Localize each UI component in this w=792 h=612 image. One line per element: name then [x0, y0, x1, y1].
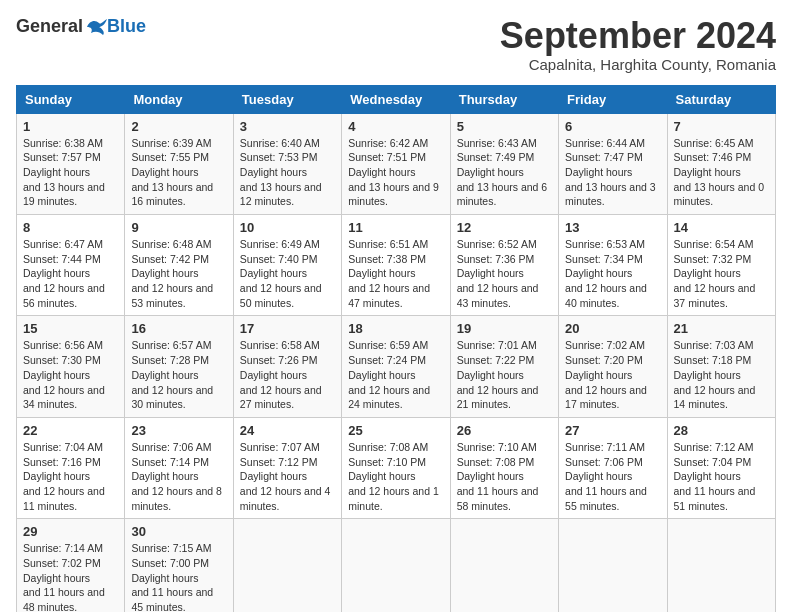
- calendar-cell: 25 Sunrise: 7:08 AM Sunset: 7:10 PM Dayl…: [342, 417, 450, 518]
- day-info: Sunrise: 7:12 AM Sunset: 7:04 PM Dayligh…: [674, 440, 769, 513]
- day-number: 5: [457, 119, 552, 134]
- calendar-cell: 15 Sunrise: 6:56 AM Sunset: 7:30 PM Dayl…: [17, 316, 125, 417]
- daylight-value: and 12 hours and 1 minute.: [348, 485, 439, 512]
- sunrise-label: Sunrise: 6:52 AM: [457, 238, 537, 250]
- daylight-label: Daylight hours: [131, 470, 198, 482]
- weekday-header: Tuesday: [233, 85, 341, 113]
- sunrise-label: Sunrise: 7:04 AM: [23, 441, 103, 453]
- day-number: 28: [674, 423, 769, 438]
- daylight-value: and 13 hours and 3 minutes.: [565, 181, 656, 208]
- calendar-cell: 2 Sunrise: 6:39 AM Sunset: 7:55 PM Dayli…: [125, 113, 233, 214]
- day-info: Sunrise: 6:43 AM Sunset: 7:49 PM Dayligh…: [457, 136, 552, 209]
- calendar-cell: 14 Sunrise: 6:54 AM Sunset: 7:32 PM Dayl…: [667, 215, 775, 316]
- day-number: 10: [240, 220, 335, 235]
- daylight-label: Daylight hours: [240, 267, 307, 279]
- day-info: Sunrise: 6:42 AM Sunset: 7:51 PM Dayligh…: [348, 136, 443, 209]
- sunset-label: Sunset: 7:46 PM: [674, 151, 752, 163]
- day-info: Sunrise: 7:06 AM Sunset: 7:14 PM Dayligh…: [131, 440, 226, 513]
- weekday-header: Sunday: [17, 85, 125, 113]
- daylight-value: and 11 hours and 58 minutes.: [457, 485, 539, 512]
- sunset-label: Sunset: 7:49 PM: [457, 151, 535, 163]
- day-number: 18: [348, 321, 443, 336]
- day-number: 27: [565, 423, 660, 438]
- day-info: Sunrise: 7:08 AM Sunset: 7:10 PM Dayligh…: [348, 440, 443, 513]
- logo-blue-text: Blue: [107, 16, 146, 37]
- day-info: Sunrise: 7:04 AM Sunset: 7:16 PM Dayligh…: [23, 440, 118, 513]
- sunset-label: Sunset: 7:32 PM: [674, 253, 752, 265]
- day-number: 3: [240, 119, 335, 134]
- daylight-value: and 13 hours and 19 minutes.: [23, 181, 105, 208]
- sunrise-label: Sunrise: 7:07 AM: [240, 441, 320, 453]
- day-info: Sunrise: 6:51 AM Sunset: 7:38 PM Dayligh…: [348, 237, 443, 310]
- day-number: 7: [674, 119, 769, 134]
- logo: General Blue: [16, 16, 146, 37]
- day-number: 12: [457, 220, 552, 235]
- day-number: 13: [565, 220, 660, 235]
- daylight-value: and 12 hours and 8 minutes.: [131, 485, 222, 512]
- day-info: Sunrise: 6:48 AM Sunset: 7:42 PM Dayligh…: [131, 237, 226, 310]
- weekday-header: Saturday: [667, 85, 775, 113]
- calendar-cell: 13 Sunrise: 6:53 AM Sunset: 7:34 PM Dayl…: [559, 215, 667, 316]
- logo-bird-icon: [85, 17, 107, 37]
- day-number: 26: [457, 423, 552, 438]
- calendar-cell: 30 Sunrise: 7:15 AM Sunset: 7:00 PM Dayl…: [125, 519, 233, 612]
- sunrise-label: Sunrise: 7:01 AM: [457, 339, 537, 351]
- day-number: 21: [674, 321, 769, 336]
- day-info: Sunrise: 7:10 AM Sunset: 7:08 PM Dayligh…: [457, 440, 552, 513]
- sunrise-label: Sunrise: 7:08 AM: [348, 441, 428, 453]
- calendar-cell: 19 Sunrise: 7:01 AM Sunset: 7:22 PM Dayl…: [450, 316, 558, 417]
- sunrise-label: Sunrise: 6:38 AM: [23, 137, 103, 149]
- sunrise-label: Sunrise: 6:59 AM: [348, 339, 428, 351]
- day-number: 14: [674, 220, 769, 235]
- sunset-label: Sunset: 7:40 PM: [240, 253, 318, 265]
- daylight-value: and 11 hours and 51 minutes.: [674, 485, 756, 512]
- day-number: 19: [457, 321, 552, 336]
- daylight-value: and 13 hours and 12 minutes.: [240, 181, 322, 208]
- sunrise-label: Sunrise: 6:45 AM: [674, 137, 754, 149]
- daylight-label: Daylight hours: [565, 267, 632, 279]
- sunrise-label: Sunrise: 7:14 AM: [23, 542, 103, 554]
- day-info: Sunrise: 6:59 AM Sunset: 7:24 PM Dayligh…: [348, 338, 443, 411]
- daylight-label: Daylight hours: [23, 166, 90, 178]
- sunset-label: Sunset: 7:36 PM: [457, 253, 535, 265]
- daylight-label: Daylight hours: [23, 369, 90, 381]
- daylight-value: and 12 hours and 40 minutes.: [565, 282, 647, 309]
- sunset-label: Sunset: 7:00 PM: [131, 557, 209, 569]
- sunset-label: Sunset: 7:20 PM: [565, 354, 643, 366]
- day-info: Sunrise: 7:02 AM Sunset: 7:20 PM Dayligh…: [565, 338, 660, 411]
- calendar-week-row: 15 Sunrise: 6:56 AM Sunset: 7:30 PM Dayl…: [17, 316, 776, 417]
- sunset-label: Sunset: 7:47 PM: [565, 151, 643, 163]
- calendar-week-row: 29 Sunrise: 7:14 AM Sunset: 7:02 PM Dayl…: [17, 519, 776, 612]
- calendar-cell: 17 Sunrise: 6:58 AM Sunset: 7:26 PM Dayl…: [233, 316, 341, 417]
- calendar-cell: 21 Sunrise: 7:03 AM Sunset: 7:18 PM Dayl…: [667, 316, 775, 417]
- daylight-value: and 11 hours and 45 minutes.: [131, 586, 213, 612]
- daylight-label: Daylight hours: [674, 267, 741, 279]
- daylight-value: and 12 hours and 17 minutes.: [565, 384, 647, 411]
- calendar-cell: [667, 519, 775, 612]
- sunrise-label: Sunrise: 6:53 AM: [565, 238, 645, 250]
- daylight-label: Daylight hours: [674, 166, 741, 178]
- day-number: 22: [23, 423, 118, 438]
- calendar-cell: 5 Sunrise: 6:43 AM Sunset: 7:49 PM Dayli…: [450, 113, 558, 214]
- calendar-cell: [559, 519, 667, 612]
- sunrise-label: Sunrise: 6:49 AM: [240, 238, 320, 250]
- daylight-label: Daylight hours: [131, 166, 198, 178]
- sunset-label: Sunset: 7:18 PM: [674, 354, 752, 366]
- day-number: 2: [131, 119, 226, 134]
- day-info: Sunrise: 6:53 AM Sunset: 7:34 PM Dayligh…: [565, 237, 660, 310]
- day-number: 6: [565, 119, 660, 134]
- day-number: 16: [131, 321, 226, 336]
- day-info: Sunrise: 7:07 AM Sunset: 7:12 PM Dayligh…: [240, 440, 335, 513]
- sunrise-label: Sunrise: 6:56 AM: [23, 339, 103, 351]
- calendar-cell: 8 Sunrise: 6:47 AM Sunset: 7:44 PM Dayli…: [17, 215, 125, 316]
- daylight-value: and 12 hours and 4 minutes.: [240, 485, 331, 512]
- calendar-cell: 29 Sunrise: 7:14 AM Sunset: 7:02 PM Dayl…: [17, 519, 125, 612]
- sunset-label: Sunset: 7:44 PM: [23, 253, 101, 265]
- weekday-header: Monday: [125, 85, 233, 113]
- month-title: September 2024: [500, 16, 776, 56]
- sunset-label: Sunset: 7:28 PM: [131, 354, 209, 366]
- calendar-cell: 26 Sunrise: 7:10 AM Sunset: 7:08 PM Dayl…: [450, 417, 558, 518]
- day-number: 8: [23, 220, 118, 235]
- calendar-week-row: 22 Sunrise: 7:04 AM Sunset: 7:16 PM Dayl…: [17, 417, 776, 518]
- daylight-value: and 11 hours and 55 minutes.: [565, 485, 647, 512]
